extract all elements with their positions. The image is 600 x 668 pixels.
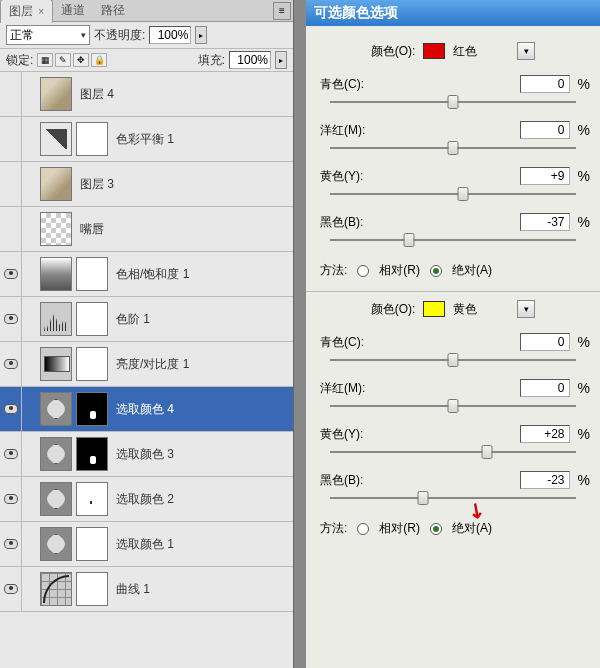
layer-thumbnail[interactable]: [76, 437, 108, 471]
layer-thumbnail[interactable]: [40, 437, 72, 471]
percent-sign: %: [578, 122, 590, 138]
slider-track-yellow[interactable]: [330, 446, 576, 462]
opacity-stepper[interactable]: ▸: [195, 26, 207, 44]
slider-handle[interactable]: [448, 353, 459, 367]
visibility-toggle[interactable]: [0, 162, 22, 206]
slider-track-cyan[interactable]: [330, 354, 576, 370]
tab-layers[interactable]: 图层 ×: [0, 0, 53, 23]
lock-move-icon[interactable]: ✥: [73, 53, 89, 67]
visibility-toggle[interactable]: [0, 252, 22, 296]
layer-thumbnail[interactable]: [40, 572, 72, 606]
layer-thumbnail[interactable]: [76, 122, 108, 156]
layer-thumbnail[interactable]: [40, 302, 72, 336]
slider-value-cyan[interactable]: 0: [520, 75, 570, 93]
visibility-toggle[interactable]: [0, 342, 22, 386]
visibility-toggle[interactable]: [0, 297, 22, 341]
fill-stepper[interactable]: ▸: [275, 51, 287, 69]
slider-handle[interactable]: [448, 141, 459, 155]
slider-handle[interactable]: [448, 399, 459, 413]
lock-all-icon[interactable]: 🔒: [91, 53, 107, 67]
visibility-toggle[interactable]: [0, 432, 22, 476]
visibility-toggle[interactable]: [0, 72, 22, 116]
layer-row[interactable]: 嘴唇: [0, 207, 293, 252]
slider-handle[interactable]: [482, 445, 493, 459]
panel-menu-button[interactable]: ≡: [273, 2, 291, 20]
radio-relative-2[interactable]: [357, 523, 369, 535]
color-dropdown-button[interactable]: ▾: [517, 42, 535, 60]
visibility-toggle[interactable]: [0, 522, 22, 566]
layer-row[interactable]: 色彩平衡 1: [0, 117, 293, 162]
tab-paths[interactable]: 路径: [93, 0, 133, 22]
opacity-input[interactable]: 100%: [149, 26, 191, 44]
layer-thumbnail[interactable]: [76, 392, 108, 426]
slider-label-yellow: 黄色(Y):: [316, 426, 426, 443]
visibility-toggle[interactable]: [0, 207, 22, 251]
layer-row[interactable]: 图层 4: [0, 72, 293, 117]
slider-value-magenta[interactable]: 0: [520, 379, 570, 397]
layer-thumbnail[interactable]: [76, 347, 108, 381]
eye-icon: [4, 584, 18, 594]
slider-handle[interactable]: [457, 187, 468, 201]
layer-thumbnail[interactable]: [40, 167, 72, 201]
layer-row[interactable]: 色阶 1: [0, 297, 293, 342]
slider-value-yellow[interactable]: +28: [520, 425, 570, 443]
slider-track-magenta[interactable]: [330, 400, 576, 416]
tab-channels[interactable]: 通道: [53, 0, 93, 22]
color-dropdown-button[interactable]: ▾: [517, 300, 535, 318]
layer-thumbnail[interactable]: [76, 257, 108, 291]
layer-thumbnail[interactable]: [40, 347, 72, 381]
lock-paint-icon[interactable]: ✎: [55, 53, 71, 67]
layer-row[interactable]: 色相/饱和度 1: [0, 252, 293, 297]
slider-track-black[interactable]: [330, 234, 576, 250]
method-row-2: 方法: 相对(R) 绝对(A) ↘: [316, 516, 590, 547]
fill-input[interactable]: 100%: [229, 51, 271, 69]
layer-name: 图层 3: [72, 176, 114, 193]
slider-value-cyan[interactable]: 0: [520, 333, 570, 351]
slider-value-black[interactable]: -37: [520, 213, 570, 231]
radio-relative-1[interactable]: [357, 265, 369, 277]
slider-value-black[interactable]: -23: [520, 471, 570, 489]
panel-divider: [294, 0, 306, 668]
close-icon[interactable]: ×: [38, 6, 44, 17]
radio-absolute-2[interactable]: [430, 523, 442, 535]
layer-thumbnail[interactable]: [76, 482, 108, 516]
layer-row[interactable]: 曲线 1: [0, 567, 293, 612]
layer-row[interactable]: 选取颜色 3: [0, 432, 293, 477]
layer-thumbnail[interactable]: [40, 122, 72, 156]
layer-name: 嘴唇: [72, 221, 104, 238]
slider-handle[interactable]: [448, 95, 459, 109]
layer-row[interactable]: 图层 3: [0, 162, 293, 207]
radio-absolute-label: 绝对(A): [452, 520, 492, 537]
swatch-yellow: [423, 301, 445, 317]
slider-handle[interactable]: [403, 233, 414, 247]
layer-thumbnail[interactable]: [40, 527, 72, 561]
layer-thumbnail[interactable]: [40, 482, 72, 516]
slider-track-yellow[interactable]: [330, 188, 576, 204]
layer-row[interactable]: 选取颜色 1: [0, 522, 293, 567]
layer-row[interactable]: 亮度/对比度 1: [0, 342, 293, 387]
slider-label-cyan: 青色(C):: [316, 76, 426, 93]
slider-value-yellow[interactable]: +9: [520, 167, 570, 185]
layer-thumbnail[interactable]: [76, 302, 108, 336]
layer-thumbnail[interactable]: [76, 572, 108, 606]
layer-thumbnail[interactable]: [40, 257, 72, 291]
layer-thumbnail[interactable]: [40, 392, 72, 426]
layer-thumbnail[interactable]: [40, 77, 72, 111]
slider-track-magenta[interactable]: [330, 142, 576, 158]
layer-row[interactable]: 选取颜色 4: [0, 387, 293, 432]
slider-track-cyan[interactable]: [330, 96, 576, 112]
blend-mode-select[interactable]: 正常 ▾: [6, 25, 90, 45]
visibility-toggle[interactable]: [0, 477, 22, 521]
layer-row[interactable]: 选取颜色 2: [0, 477, 293, 522]
layer-thumbnail[interactable]: [40, 212, 72, 246]
visibility-toggle[interactable]: [0, 567, 22, 611]
layer-thumbnail[interactable]: [76, 527, 108, 561]
slider-track-black[interactable]: [330, 492, 576, 508]
slider-value-magenta[interactable]: 0: [520, 121, 570, 139]
radio-absolute-1[interactable]: [430, 265, 442, 277]
visibility-toggle[interactable]: [0, 387, 22, 431]
lock-transparent-icon[interactable]: ▦: [37, 53, 53, 67]
slider-handle[interactable]: [418, 491, 429, 505]
visibility-toggle[interactable]: [0, 117, 22, 161]
chevron-down-icon: ▾: [81, 30, 86, 40]
